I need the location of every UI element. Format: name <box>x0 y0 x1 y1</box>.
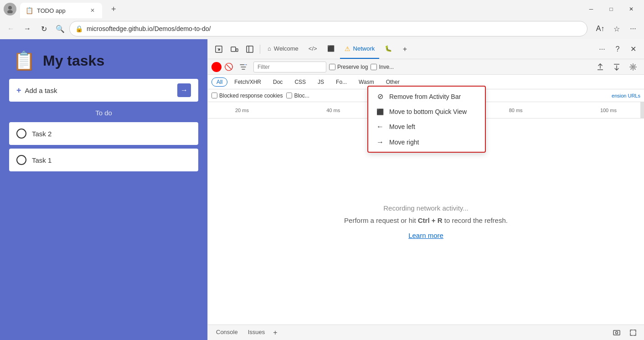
lock-icon: 🔒 <box>75 25 83 32</box>
add-bottom-tab-button[interactable]: + <box>270 328 280 338</box>
blocked-cookies-option[interactable]: Blocked response cookies <box>211 93 283 99</box>
network-upload-icon[interactable] <box>593 60 608 74</box>
move-bottom-icon: ⬛ <box>376 108 385 115</box>
filter-tab-css[interactable]: CSS <box>289 77 311 87</box>
window-controls: ─ □ ✕ <box>582 3 640 15</box>
devtools-panel: ⌂ Welcome </> ⬛ ⚠ Network 🐛 + ··· <box>207 39 644 340</box>
add-task-input: Add a task <box>25 87 174 94</box>
preserve-log-label[interactable]: Preserve log <box>329 64 368 70</box>
tab-bugs[interactable]: 🐛 <box>380 39 397 59</box>
network-download-icon[interactable] <box>609 60 624 74</box>
tab-network[interactable]: ⚠ Network <box>340 39 380 59</box>
record-button[interactable] <box>211 62 222 72</box>
filter-tab-other[interactable]: Other <box>381 77 405 87</box>
screenshot-button[interactable] <box>609 325 624 340</box>
context-menu-item-move-right[interactable]: → Move right <box>368 134 485 150</box>
new-tab-button[interactable]: + <box>108 4 119 15</box>
issues-tab[interactable]: Issues <box>243 327 270 338</box>
add-task-bar[interactable]: + Add a task → <box>9 79 198 102</box>
devtools-help-button[interactable]: ? <box>610 42 625 57</box>
network-settings-icon[interactable] <box>626 60 640 74</box>
devtools-more-button[interactable]: ··· <box>595 42 609 57</box>
move-right-label: Move right <box>389 139 419 146</box>
recording-text: Recording network activity... <box>383 204 468 212</box>
add-task-submit-button[interactable]: → <box>177 83 191 97</box>
network-warning-icon: ⚠ <box>345 45 350 52</box>
timeline-scrollbar[interactable] <box>640 102 644 118</box>
task-text-task2: Task 2 <box>32 130 52 138</box>
blocked-cookies-text: Blocked response cookies <box>219 93 283 99</box>
profile-avatar[interactable] <box>4 3 16 15</box>
search-button[interactable]: 🔍 <box>53 21 67 36</box>
context-menu-item-move-bottom[interactable]: ⬛ Move to bottom Quick View <box>368 104 485 119</box>
clear-button[interactable]: 🚫 <box>224 62 233 71</box>
task-checkbox-task1[interactable] <box>16 155 26 165</box>
blocked-cookies-checkbox[interactable] <box>211 93 217 98</box>
title-bar-left: 📋 TODO app ✕ + <box>4 0 119 18</box>
tab-console-devtools[interactable]: ⬛ <box>323 39 339 59</box>
filter-tab-fetch[interactable]: Fetch/XHR <box>229 77 266 87</box>
browser-tab[interactable]: 📋 TODO app ✕ <box>20 3 102 18</box>
context-menu: ⊘ Remove from Activity Bar ⬛ Move to bot… <box>367 86 486 153</box>
svg-point-10 <box>632 66 634 68</box>
forward-button[interactable]: → <box>20 21 35 36</box>
devtools-close-button[interactable]: ✕ <box>626 42 640 57</box>
device-emulation-button[interactable] <box>227 42 242 57</box>
recording-sub: Perform a request or hit Ctrl + R to rec… <box>344 216 508 224</box>
refresh-button[interactable]: ↻ <box>36 21 51 36</box>
favorites-button[interactable]: ☆ <box>609 21 624 36</box>
filter-tab-doc[interactable]: Doc <box>268 77 288 87</box>
context-menu-item-remove-activity[interactable]: ⊘ Remove from Activity Bar <box>368 88 485 104</box>
svg-point-1 <box>7 10 13 13</box>
filter-icon-button[interactable] <box>236 60 251 74</box>
svg-rect-11 <box>613 330 620 335</box>
app-icon: 📋 <box>13 50 36 72</box>
app-title: My tasks <box>43 52 104 69</box>
learn-more-link[interactable]: Learn more <box>408 232 443 239</box>
preserve-log-checkbox[interactable] <box>329 64 335 70</box>
svg-point-0 <box>8 6 12 10</box>
move-left-icon: ← <box>376 123 385 131</box>
sidebar-toggle-button[interactable] <box>242 42 257 57</box>
inspect-element-button[interactable] <box>211 42 226 57</box>
blocked-requests-option[interactable]: Bloc... <box>286 93 309 99</box>
maximize-button[interactable]: □ <box>602 3 620 15</box>
read-aloud-button[interactable]: A↑ <box>593 21 608 36</box>
filter-input[interactable] <box>253 62 326 72</box>
minimize-button[interactable]: ─ <box>582 3 600 15</box>
move-bottom-label: Move to bottom Quick View <box>389 108 467 115</box>
close-button[interactable]: ✕ <box>622 3 640 15</box>
invert-checkbox[interactable] <box>371 64 377 70</box>
timeline-label-80ms: 80 ms <box>509 108 523 113</box>
section-label: To do <box>0 109 207 117</box>
task-list: Task 2 Task 1 <box>0 122 207 171</box>
tab-elements[interactable]: </> <box>304 39 322 59</box>
svg-point-7 <box>245 64 246 65</box>
task-item-task2[interactable]: Task 2 <box>9 122 198 145</box>
timeline-label-100ms: 100 ms <box>600 108 617 113</box>
extension-urls-link[interactable]: ension URLs <box>612 93 640 98</box>
back-button[interactable]: ← <box>4 21 18 36</box>
nav-bar: ← → ↻ 🔍 🔒 microsoftedge.github.io/Demos/… <box>0 18 644 39</box>
console-icon: ⬛ <box>327 45 335 52</box>
expand-button[interactable] <box>626 325 640 340</box>
address-bar[interactable]: 🔒 microsoftedge.github.io/Demos/demo-to-… <box>69 21 587 36</box>
console-tab[interactable]: Console <box>211 327 242 338</box>
blocked-requests-text: Bloc... <box>294 93 309 99</box>
task-item-task1[interactable]: Task 1 <box>9 149 198 171</box>
add-tab-button[interactable]: + <box>397 42 412 57</box>
filter-tab-wasm[interactable]: Wasm <box>354 77 379 87</box>
filter-tab-font[interactable]: Fo... <box>331 77 352 87</box>
content-area: 📋 My tasks + Add a task → To do Task 2 T… <box>0 39 644 340</box>
tab-title: TODO app <box>37 7 85 14</box>
tab-welcome[interactable]: ⌂ Welcome <box>263 39 303 59</box>
add-task-plus-icon: + <box>16 86 21 95</box>
more-button[interactable]: ··· <box>626 21 640 36</box>
invert-label[interactable]: Inve... <box>371 64 394 70</box>
filter-tab-all[interactable]: All <box>211 77 227 87</box>
tab-close-button[interactable]: ✕ <box>88 6 97 15</box>
task-checkbox-task2[interactable] <box>16 129 26 139</box>
context-menu-item-move-left[interactable]: ← Move left <box>368 119 485 134</box>
filter-tab-js[interactable]: JS <box>313 77 329 87</box>
blocked-requests-checkbox[interactable] <box>286 93 292 98</box>
